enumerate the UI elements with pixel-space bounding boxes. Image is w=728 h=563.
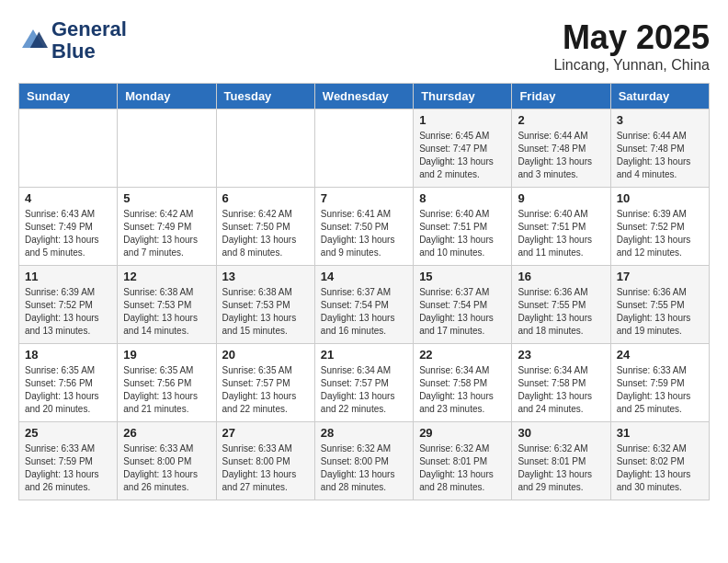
calendar-table: SundayMondayTuesdayWednesdayThursdayFrid… [18,83,710,500]
calendar-cell: 26Sunrise: 6:33 AM Sunset: 8:00 PM Dayli… [118,422,216,500]
calendar-cell: 11Sunrise: 6:39 AM Sunset: 7:52 PM Dayli… [19,266,118,344]
logo-text: General Blue [51,18,127,63]
day-info: Sunrise: 6:32 AM Sunset: 8:02 PM Dayligh… [617,442,703,494]
day-info: Sunrise: 6:40 AM Sunset: 7:51 PM Dayligh… [419,208,506,259]
day-info: Sunrise: 6:39 AM Sunset: 7:52 PM Dayligh… [25,286,111,338]
day-info: Sunrise: 6:35 AM Sunset: 7:56 PM Dayligh… [123,364,210,416]
day-info: Sunrise: 6:35 AM Sunset: 7:56 PM Dayligh… [25,364,111,416]
weekday-header-wednesday: Wednesday [314,84,413,109]
day-number: 26 [123,426,210,440]
day-info: Sunrise: 6:34 AM Sunset: 7:57 PM Dayligh… [321,364,407,416]
calendar-cell: 17Sunrise: 6:36 AM Sunset: 7:55 PM Dayli… [610,266,709,344]
location: Lincang, Yunnan, China [553,57,710,74]
calendar-cell [118,109,216,188]
day-number: 15 [419,270,506,283]
day-info: Sunrise: 6:44 AM Sunset: 7:48 PM Dayligh… [617,130,703,181]
day-number: 1 [419,113,506,127]
day-info: Sunrise: 6:33 AM Sunset: 8:00 PM Dayligh… [222,442,309,494]
calendar-cell: 24Sunrise: 6:33 AM Sunset: 7:59 PM Dayli… [610,344,709,422]
week-row-2: 4Sunrise: 6:43 AM Sunset: 7:49 PM Daylig… [19,188,710,266]
day-info: Sunrise: 6:38 AM Sunset: 7:53 PM Dayligh… [123,286,210,338]
calendar-cell: 25Sunrise: 6:33 AM Sunset: 7:59 PM Dayli… [19,422,118,500]
calendar-cell [216,109,314,188]
calendar-cell: 22Sunrise: 6:34 AM Sunset: 7:58 PM Dayli… [414,344,512,422]
week-row-5: 25Sunrise: 6:33 AM Sunset: 7:59 PM Dayli… [19,422,710,500]
day-number: 2 [518,113,604,127]
day-number: 3 [617,113,703,127]
weekday-header-friday: Friday [512,84,610,109]
month-title: May 2025 [553,18,710,57]
day-info: Sunrise: 6:37 AM Sunset: 7:54 PM Dayligh… [419,286,506,338]
logo-line2: Blue [51,40,127,63]
calendar-cell: 15Sunrise: 6:37 AM Sunset: 7:54 PM Dayli… [414,266,512,344]
calendar-cell: 12Sunrise: 6:38 AM Sunset: 7:53 PM Dayli… [118,266,216,344]
calendar-cell: 21Sunrise: 6:34 AM Sunset: 7:57 PM Dayli… [314,344,413,422]
day-number: 16 [518,270,604,283]
day-number: 31 [617,426,703,440]
week-row-3: 11Sunrise: 6:39 AM Sunset: 7:52 PM Dayli… [19,266,710,344]
day-info: Sunrise: 6:36 AM Sunset: 7:55 PM Dayligh… [617,286,703,338]
day-number: 8 [419,191,506,205]
calendar-cell: 19Sunrise: 6:35 AM Sunset: 7:56 PM Dayli… [118,344,216,422]
day-number: 30 [518,426,604,440]
day-number: 21 [321,348,407,362]
calendar-cell [19,109,118,188]
day-info: Sunrise: 6:34 AM Sunset: 7:58 PM Dayligh… [419,364,506,416]
day-number: 28 [321,426,407,440]
calendar-cell: 3Sunrise: 6:44 AM Sunset: 7:48 PM Daylig… [610,109,709,188]
day-info: Sunrise: 6:32 AM Sunset: 8:01 PM Dayligh… [518,442,604,494]
day-number: 22 [419,348,506,362]
day-info: Sunrise: 6:34 AM Sunset: 7:58 PM Dayligh… [518,364,604,416]
day-number: 19 [123,348,210,362]
calendar-cell: 30Sunrise: 6:32 AM Sunset: 8:01 PM Dayli… [512,422,610,500]
day-info: Sunrise: 6:33 AM Sunset: 7:59 PM Dayligh… [25,442,111,494]
weekday-header-row: SundayMondayTuesdayWednesdayThursdayFrid… [19,84,710,109]
day-info: Sunrise: 6:42 AM Sunset: 7:49 PM Dayligh… [123,208,210,259]
calendar-cell: 31Sunrise: 6:32 AM Sunset: 8:02 PM Dayli… [610,422,709,500]
day-info: Sunrise: 6:33 AM Sunset: 7:59 PM Dayligh… [617,364,703,416]
day-info: Sunrise: 6:36 AM Sunset: 7:55 PM Dayligh… [518,286,604,338]
day-number: 11 [25,270,111,283]
calendar-cell: 23Sunrise: 6:34 AM Sunset: 7:58 PM Dayli… [512,344,610,422]
day-number: 10 [617,191,703,205]
calendar-cell: 13Sunrise: 6:38 AM Sunset: 7:53 PM Dayli… [216,266,314,344]
logo: General Blue [18,18,127,63]
calendar-cell: 20Sunrise: 6:35 AM Sunset: 7:57 PM Dayli… [216,344,314,422]
calendar-cell: 10Sunrise: 6:39 AM Sunset: 7:52 PM Dayli… [610,188,709,266]
day-info: Sunrise: 6:40 AM Sunset: 7:51 PM Dayligh… [518,208,604,259]
day-info: Sunrise: 6:37 AM Sunset: 7:54 PM Dayligh… [321,286,407,338]
calendar-cell: 2Sunrise: 6:44 AM Sunset: 7:48 PM Daylig… [512,109,610,188]
calendar-cell: 8Sunrise: 6:40 AM Sunset: 7:51 PM Daylig… [414,188,512,266]
calendar-cell: 7Sunrise: 6:41 AM Sunset: 7:50 PM Daylig… [314,188,413,266]
logo-line1: General [51,18,127,40]
day-number: 5 [123,191,210,205]
day-info: Sunrise: 6:45 AM Sunset: 7:47 PM Dayligh… [419,130,506,181]
calendar-cell: 1Sunrise: 6:45 AM Sunset: 7:47 PM Daylig… [414,109,512,188]
weekday-header-tuesday: Tuesday [216,84,314,109]
title-block: May 2025 Lincang, Yunnan, China [553,18,710,74]
week-row-1: 1Sunrise: 6:45 AM Sunset: 7:47 PM Daylig… [19,109,710,188]
day-number: 12 [123,270,210,283]
weekday-header-monday: Monday [118,84,216,109]
day-number: 23 [518,348,604,362]
day-number: 7 [321,191,407,205]
calendar-cell: 27Sunrise: 6:33 AM Sunset: 8:00 PM Dayli… [216,422,314,500]
weekday-header-thursday: Thursday [414,84,512,109]
day-info: Sunrise: 6:44 AM Sunset: 7:48 PM Dayligh… [518,130,604,181]
logo-icon [18,26,48,55]
day-number: 13 [222,270,309,283]
day-info: Sunrise: 6:35 AM Sunset: 7:57 PM Dayligh… [222,364,309,416]
weekday-header-saturday: Saturday [610,84,709,109]
day-number: 6 [222,191,309,205]
day-number: 9 [518,191,604,205]
day-number: 20 [222,348,309,362]
day-info: Sunrise: 6:32 AM Sunset: 8:01 PM Dayligh… [419,442,506,494]
calendar-cell: 9Sunrise: 6:40 AM Sunset: 7:51 PM Daylig… [512,188,610,266]
calendar-cell: 5Sunrise: 6:42 AM Sunset: 7:49 PM Daylig… [118,188,216,266]
day-number: 25 [25,426,111,440]
day-number: 4 [25,191,111,205]
day-number: 29 [419,426,506,440]
calendar-cell: 18Sunrise: 6:35 AM Sunset: 7:56 PM Dayli… [19,344,118,422]
calendar-cell: 28Sunrise: 6:32 AM Sunset: 8:00 PM Dayli… [314,422,413,500]
calendar-cell: 29Sunrise: 6:32 AM Sunset: 8:01 PM Dayli… [414,422,512,500]
